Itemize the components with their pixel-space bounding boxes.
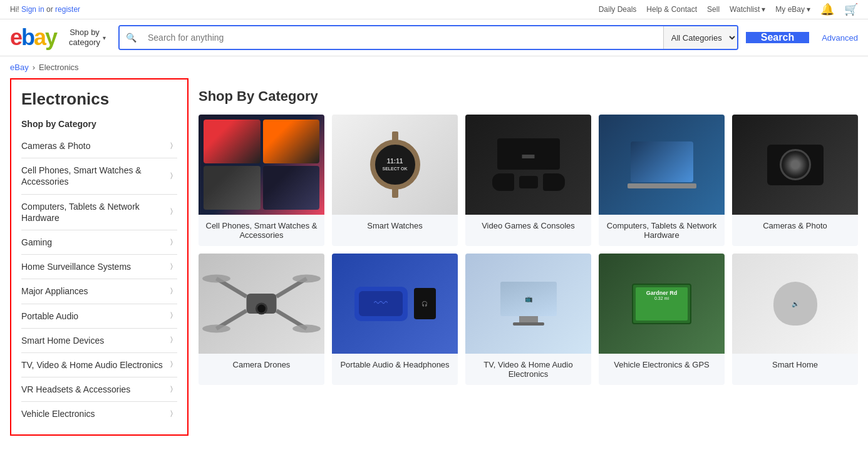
sidebar-item-vehicle[interactable]: Vehicle Electronics 〉 bbox=[21, 403, 177, 424]
sidebar-item-cameras[interactable]: Cameras & Photo 〉 bbox=[21, 135, 177, 156]
shop-by-category-chevron-icon: ▾ bbox=[103, 34, 106, 41]
watchlist-chevron-icon: ▾ bbox=[762, 5, 765, 14]
category-grid: Cell Phones, Smart Watches & Accessories… bbox=[199, 115, 858, 385]
sidebar-section-title: Shop by Category bbox=[21, 119, 177, 129]
video-games-image: ▬ bbox=[465, 115, 591, 215]
shop-by-category-title: Shop By Category bbox=[199, 88, 858, 105]
sidebar-item-computers[interactable]: Computers, Tablets & Network Hardware 〉 bbox=[21, 196, 177, 228]
drones-label: Camera Drones bbox=[199, 354, 324, 376]
vr-chevron-icon: 〉 bbox=[170, 384, 177, 395]
search-input[interactable] bbox=[143, 26, 663, 49]
drones-image bbox=[199, 254, 324, 354]
category-card-cell-phones[interactable]: Cell Phones, Smart Watches & Accessories bbox=[199, 115, 324, 246]
smart-home-label: Smart Home bbox=[732, 354, 858, 376]
search-icon: 🔍 bbox=[120, 26, 143, 49]
top-bar-right: Daily Deals Help & Contact Sell Watchlis… bbox=[599, 3, 858, 16]
search-button[interactable]: Search bbox=[746, 32, 809, 43]
breadcrumb: eBay › Electronics bbox=[0, 56, 868, 78]
sidebar-item-smart-home[interactable]: Smart Home Devices 〉 bbox=[21, 330, 177, 351]
category-card-audio[interactable]: 〰 🎧 Portable Audio & Headphones bbox=[332, 254, 458, 385]
category-section: Shop By Category Cell Phones, Smart Watc… bbox=[199, 78, 868, 446]
cell-phones-label: Cell Phones, Smart Watches & Accessories bbox=[199, 215, 324, 246]
sidebar-item-gaming[interactable]: Gaming 〉 bbox=[21, 232, 177, 253]
main-content: Electronics Shop by Category Cameras & P… bbox=[0, 78, 868, 446]
top-bar: Hi! Sign in or register Daily Deals Help… bbox=[0, 0, 868, 19]
gaming-chevron-icon: 〉 bbox=[170, 237, 177, 248]
tv-label: TV, Video & Home Audio Electronics bbox=[465, 354, 591, 385]
svg-point-7 bbox=[202, 325, 230, 333]
cameras-image bbox=[732, 115, 858, 215]
top-bar-greeting: Hi! Sign in or register bbox=[10, 5, 80, 14]
cell-phones-chevron-icon: 〉 bbox=[170, 171, 177, 182]
shop-by-category-button[interactable]: Shop bycategory ▾ bbox=[64, 25, 111, 49]
audio-label: Portable Audio & Headphones bbox=[332, 354, 458, 376]
computers-label: Computers, Tablets & Network Hardware bbox=[599, 215, 725, 246]
or-text: or bbox=[46, 5, 55, 14]
cart-icon[interactable]: 🛒 bbox=[844, 3, 858, 16]
breadcrumb-home[interactable]: eBay bbox=[10, 63, 29, 72]
breadcrumb-current: Electronics bbox=[39, 63, 79, 72]
my-ebay-chevron-icon: ▾ bbox=[807, 5, 810, 14]
video-games-label: Video Games & Consoles bbox=[465, 215, 591, 237]
register-link[interactable]: register bbox=[55, 5, 80, 14]
sidebar-title: Electronics bbox=[21, 90, 177, 109]
category-card-video-games[interactable]: ▬ Video Games & Consoles bbox=[465, 115, 591, 246]
vehicle-label: Vehicle Electronics & GPS bbox=[599, 354, 725, 376]
sell-link[interactable]: Sell bbox=[707, 5, 720, 14]
vehicle-image: Gardner Rd 0.32 mi bbox=[599, 254, 725, 354]
category-card-vehicle[interactable]: Gardner Rd 0.32 mi Vehicle Electronics &… bbox=[599, 254, 725, 385]
computers-chevron-icon: 〉 bbox=[170, 207, 177, 217]
category-card-smart-watches[interactable]: 11:11SELECT OK Smart Watches bbox=[332, 115, 458, 246]
sidebar-item-vr[interactable]: VR Headsets & Accessories 〉 bbox=[21, 379, 177, 400]
smart-watches-image: 11:11SELECT OK bbox=[332, 115, 458, 215]
shop-by-category-label: Shop bycategory bbox=[69, 28, 100, 47]
watchlist-link[interactable]: Watchlist ▾ bbox=[730, 5, 765, 14]
sidebar-item-portable-audio[interactable]: Portable Audio 〉 bbox=[21, 305, 177, 327]
sidebar-item-tv-video[interactable]: TV, Video & Home Audio Electronics 〉 bbox=[21, 354, 177, 376]
sidebar-item-home-surveillance[interactable]: Home Surveillance Systems 〉 bbox=[21, 256, 177, 277]
smart-home-image: 🔊 bbox=[732, 254, 858, 354]
ebay-logo[interactable]: ebay bbox=[10, 24, 56, 51]
category-card-tv[interactable]: 📺 TV, Video & Home Audio Electronics bbox=[465, 254, 591, 385]
category-select[interactable]: All Categories bbox=[663, 26, 737, 49]
sidebar-item-cell-phones[interactable]: Cell Phones, Smart Watches & Accessories… bbox=[21, 160, 177, 192]
major-appliances-chevron-icon: 〉 bbox=[170, 286, 177, 297]
tv-video-chevron-icon: 〉 bbox=[170, 359, 177, 370]
svg-point-5 bbox=[202, 275, 230, 283]
home-surveillance-chevron-icon: 〉 bbox=[170, 262, 177, 272]
header: ebay Shop bycategory ▾ 🔍 All Categories … bbox=[0, 19, 868, 56]
help-link[interactable]: Help & Contact bbox=[646, 5, 697, 14]
smart-watches-label: Smart Watches bbox=[332, 215, 458, 237]
daily-deals-link[interactable]: Daily Deals bbox=[599, 5, 637, 14]
vehicle-chevron-icon: 〉 bbox=[170, 409, 177, 419]
category-card-computers[interactable]: Computers, Tablets & Network Hardware bbox=[599, 115, 725, 246]
cameras-chevron-icon: 〉 bbox=[170, 141, 177, 151]
svg-point-6 bbox=[292, 275, 321, 283]
sidebar-item-major-appliances[interactable]: Major Appliances 〉 bbox=[21, 280, 177, 302]
sidebar: Electronics Shop by Category Cameras & P… bbox=[10, 78, 189, 436]
cell-phones-image bbox=[199, 115, 324, 215]
audio-image: 〰 🎧 bbox=[332, 254, 458, 354]
svg-point-10 bbox=[257, 305, 266, 313]
my-ebay-link[interactable]: My eBay ▾ bbox=[775, 5, 810, 14]
greeting-text: Hi! bbox=[10, 5, 19, 14]
advanced-search-link[interactable]: Advanced bbox=[822, 33, 858, 43]
tv-image: 📺 bbox=[465, 254, 591, 354]
breadcrumb-separator: › bbox=[33, 63, 35, 72]
search-bar: 🔍 All Categories bbox=[118, 25, 738, 50]
signin-link[interactable]: Sign in bbox=[21, 5, 44, 14]
portable-audio-chevron-icon: 〉 bbox=[170, 310, 177, 321]
category-card-drones[interactable]: Camera Drones bbox=[199, 254, 324, 385]
svg-point-8 bbox=[292, 325, 321, 333]
notification-bell-icon[interactable]: 🔔 bbox=[820, 3, 834, 16]
category-card-cameras[interactable]: Cameras & Photo bbox=[732, 115, 858, 246]
computers-image bbox=[599, 115, 725, 215]
cameras-label: Cameras & Photo bbox=[732, 215, 858, 237]
category-card-smart-home[interactable]: 🔊 Smart Home bbox=[732, 254, 858, 385]
smart-home-chevron-icon: 〉 bbox=[170, 335, 177, 346]
